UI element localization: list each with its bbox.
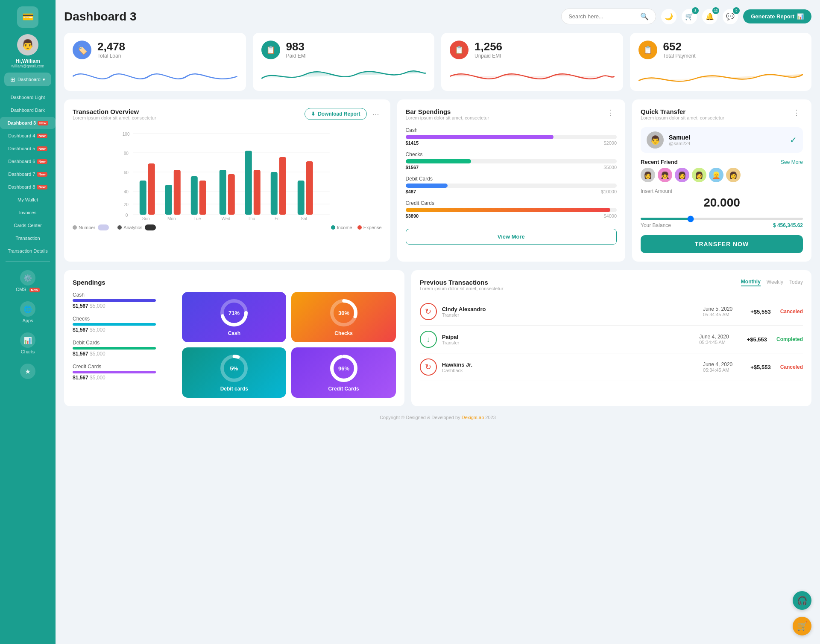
quick-transfer-title: Quick Transfer	[641, 108, 724, 115]
theme-toggle-btn[interactable]: 🌙	[661, 9, 676, 24]
friend-avatar-3[interactable]: 👩	[675, 168, 689, 182]
svg-rect-32	[306, 161, 313, 215]
tab-monthly[interactable]: Monthly	[741, 279, 761, 286]
sidebar-item-dashboard-dark[interactable]: Dashboard Dark	[0, 104, 56, 116]
svg-text:80: 80	[124, 151, 129, 156]
balance-value: $ 456,345.62	[773, 222, 803, 228]
total-payment-icon: 📋	[638, 41, 657, 59]
sidebar-item-apps[interactable]: 🌐 Apps	[0, 297, 56, 327]
cart-btn[interactable]: 🛒 2	[682, 9, 697, 24]
page-title: Dashboard 3	[64, 10, 137, 23]
spending-list-item-cash: Cash $1,567 $5,000	[73, 292, 177, 309]
transaction-overview-title: Transaction Overview	[73, 108, 156, 115]
quick-transfer-more-btn[interactable]: ⋮	[790, 108, 803, 117]
sidebar-item-charts[interactable]: 📊 Charts	[0, 328, 56, 358]
sidebar-item-favorites[interactable]: ★	[0, 359, 56, 385]
txn-row-2: ↓ Paipal Transfer June 4, 2020 05:34:45 …	[420, 326, 803, 353]
txn-amount-1: +$5,553	[750, 309, 770, 315]
spending-item-credit: Credit Cards $3890 $4000	[406, 200, 617, 219]
txn-type-3: Cashback	[442, 368, 473, 373]
dashboard-dropdown-btn[interactable]: ⊞ Dashboard ▾	[4, 73, 51, 86]
sidebar-logo[interactable]: 💳	[17, 6, 38, 28]
sidebar-item-dashboard5[interactable]: Dashboard 5 New	[0, 143, 56, 154]
charts-row: Transaction Overview Lorem ipsum dolor s…	[64, 99, 811, 262]
txn-row-3: ↻ Hawkins Jr. Cashback June 4, 2020 05:3…	[420, 353, 803, 381]
shopping-cart-icon: 🛒	[797, 621, 808, 631]
chart-legend: Number Analytics Income	[73, 224, 382, 230]
sidebar-item-dashboard7[interactable]: Dashboard 7 New	[0, 168, 56, 180]
transfer-user-name: Samuel	[669, 134, 690, 141]
txn-date-1: June 5, 2020 05:34:45 AM	[703, 306, 732, 317]
sidebar-item-transaction[interactable]: Transaction	[0, 232, 56, 244]
income-expense-legend: Income Expense	[331, 224, 382, 230]
user-email: william@gmail.com	[11, 64, 44, 68]
cart-float-btn[interactable]: 🛒	[793, 617, 811, 635]
balance-label: Your Balance	[641, 222, 671, 228]
sidebar-item-dashboard3[interactable]: Dashboard 3 New	[0, 117, 56, 129]
svg-rect-31	[298, 181, 305, 215]
bar-spendings-title: Bar Spendings	[406, 108, 489, 115]
friend-avatar-1[interactable]: 👩	[641, 168, 655, 182]
sidebar-item-cards-center[interactable]: Cards Center	[0, 219, 56, 231]
see-more-link[interactable]: See More	[781, 159, 803, 165]
svg-text:71%: 71%	[228, 310, 240, 316]
sidebar-item-dashboard-light[interactable]: Dashboard Light	[0, 91, 56, 103]
svg-text:Mon: Mon	[167, 216, 176, 221]
check-icon: ✓	[790, 135, 797, 145]
svg-rect-22	[174, 170, 181, 215]
sidebar-item-invoices[interactable]: Invoices	[0, 207, 56, 219]
search-box[interactable]: 🔍	[561, 9, 656, 24]
sidebar-item-dashboard8[interactable]: Dashboard 8 New	[0, 181, 56, 193]
prev-txn-title: Previous Transactions	[420, 279, 504, 286]
messages-btn[interactable]: 💬 5	[723, 9, 738, 24]
spending-item-cash: Cash $1415 $2000	[406, 127, 617, 146]
spending-list-item-checks: Checks $1,567 $5,000	[73, 316, 177, 333]
total-payment-label: Total Payment	[663, 53, 696, 59]
friend-avatar-5[interactable]: 👱	[709, 168, 723, 182]
transfer-now-btn[interactable]: TRANSFER NOW	[641, 235, 803, 253]
prev-txn-subtitle: Lorem ipsum dolor sit amet, consectetur	[420, 286, 504, 291]
friend-avatar-2[interactable]: 👧	[658, 168, 672, 182]
stat-card-total-loan: 🏷️ 2,478 Total Loan	[64, 33, 246, 91]
cms-icon: ⚙️	[20, 270, 35, 286]
tab-weekly[interactable]: Weekly	[767, 279, 783, 286]
total-loan-value: 2,478	[97, 41, 125, 53]
svg-rect-25	[220, 170, 226, 215]
tab-today[interactable]: Today	[789, 279, 803, 286]
view-more-btn[interactable]: View More	[406, 229, 617, 245]
generate-report-btn[interactable]: Generate Report 📊	[743, 9, 811, 23]
unpaid-emi-value: 1,256	[474, 41, 502, 53]
sidebar-item-transaction-details[interactable]: Transaction Details	[0, 245, 56, 257]
footer-brand-link[interactable]: DexignLab	[462, 415, 484, 420]
svg-text:100: 100	[123, 132, 130, 137]
spending-list-item-credit: Credit Cards $1,567 $5,000	[73, 364, 177, 381]
sidebar-item-wallet[interactable]: My Wallet	[0, 194, 56, 206]
svg-text:0: 0	[126, 213, 128, 218]
txn-name-2: Paipal	[442, 334, 460, 340]
txn-status-2: Completed	[776, 336, 803, 342]
sidebar-item-dashboard6[interactable]: Dashboard 6 New	[0, 155, 56, 167]
donut-checks: 30% Checks	[291, 292, 395, 342]
legend-analytics: Analytics	[117, 224, 158, 230]
support-float-btn[interactable]: 🎧	[793, 591, 811, 610]
more-options-btn[interactable]: ···	[370, 110, 382, 119]
legend-income: Income	[331, 224, 352, 230]
stats-row: 🏷️ 2,478 Total Loan 📋 983 Paid EMI	[64, 33, 811, 91]
svg-rect-28	[254, 170, 261, 215]
notifications-btn[interactable]: 🔔 12	[702, 9, 718, 24]
paid-emi-label: Paid EMI	[286, 53, 307, 59]
moon-icon: 🌙	[665, 12, 673, 20]
svg-text:30%: 30%	[338, 310, 349, 316]
amount-slider[interactable]	[641, 218, 803, 220]
friend-avatar-6[interactable]: 👩	[726, 168, 741, 182]
sidebar-item-cms[interactable]: ⚙️ CMS New	[0, 266, 56, 296]
txn-name-3: Hawkins Jr.	[442, 361, 473, 368]
prev-txn-tabs: Monthly Weekly Today	[741, 279, 803, 286]
bar-spendings-more-btn[interactable]: ⋮	[604, 108, 617, 117]
total-loan-label: Total Loan	[97, 53, 125, 59]
unpaid-emi-icon: 📋	[450, 41, 469, 59]
download-report-btn[interactable]: ⬇ Download Report	[305, 108, 366, 120]
sidebar-item-dashboard4[interactable]: Dashboard 4 New	[0, 130, 56, 142]
search-input[interactable]	[568, 13, 637, 20]
friend-avatar-4[interactable]: 👩	[692, 168, 706, 182]
